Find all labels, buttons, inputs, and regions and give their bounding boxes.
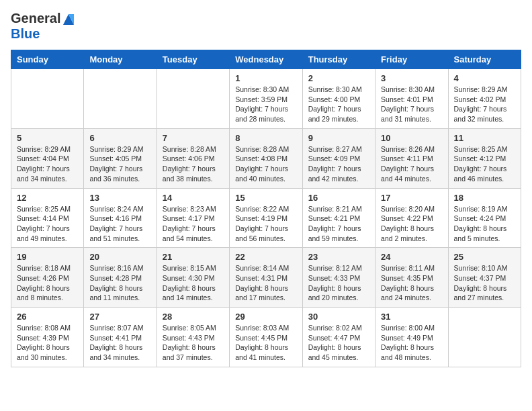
day-info: Sunrise: 8:21 AM Sunset: 4:21 PM Dayligh… [308,204,369,244]
day-number: 23 [308,252,369,262]
day-info: Sunrise: 8:25 AM Sunset: 4:14 PM Dayligh… [17,204,78,244]
calendar-cell: 28Sunrise: 8:05 AM Sunset: 4:43 PM Dayli… [157,308,229,367]
calendar-cell: 30Sunrise: 8:02 AM Sunset: 4:47 PM Dayli… [302,308,375,367]
calendar-cell: 25Sunrise: 8:10 AM Sunset: 4:37 PM Dayli… [448,248,521,308]
calendar-week-row: 1Sunrise: 8:30 AM Sunset: 3:59 PM Daylig… [11,69,521,129]
calendar-cell: 16Sunrise: 8:21 AM Sunset: 4:21 PM Dayli… [302,188,375,248]
day-info: Sunrise: 8:28 AM Sunset: 4:06 PM Dayligh… [163,144,224,184]
day-number: 4 [454,73,515,83]
day-number: 18 [454,193,515,203]
day-number: 24 [381,252,442,262]
calendar-cell: 11Sunrise: 8:25 AM Sunset: 4:12 PM Dayli… [448,128,521,188]
day-number: 20 [89,252,150,262]
calendar-week-row: 19Sunrise: 8:18 AM Sunset: 4:26 PM Dayli… [11,248,521,308]
calendar-cell: 7Sunrise: 8:28 AM Sunset: 4:06 PM Daylig… [157,128,229,188]
calendar-cell: 20Sunrise: 8:16 AM Sunset: 4:28 PM Dayli… [84,248,157,308]
page-header: General Blue [11,11,521,42]
day-number: 3 [381,73,442,83]
calendar-cell: 5Sunrise: 8:29 AM Sunset: 4:04 PM Daylig… [11,128,84,188]
calendar-cell: 10Sunrise: 8:26 AM Sunset: 4:11 PM Dayli… [375,128,448,188]
day-info: Sunrise: 8:19 AM Sunset: 4:24 PM Dayligh… [454,204,515,244]
day-info: Sunrise: 8:07 AM Sunset: 4:41 PM Dayligh… [89,323,150,363]
calendar-cell: 17Sunrise: 8:20 AM Sunset: 4:22 PM Dayli… [375,188,448,248]
day-number: 29 [235,312,296,322]
weekday-header-saturday: Saturday [448,50,521,69]
calendar-cell: 12Sunrise: 8:25 AM Sunset: 4:14 PM Dayli… [11,188,84,248]
calendar-cell: 23Sunrise: 8:12 AM Sunset: 4:33 PM Dayli… [302,248,375,308]
calendar-cell: 27Sunrise: 8:07 AM Sunset: 4:41 PM Dayli… [84,308,157,367]
day-info: Sunrise: 8:05 AM Sunset: 4:43 PM Dayligh… [163,323,224,363]
day-info: Sunrise: 8:08 AM Sunset: 4:39 PM Dayligh… [17,323,78,363]
day-info: Sunrise: 8:16 AM Sunset: 4:28 PM Dayligh… [89,263,150,303]
day-info: Sunrise: 8:23 AM Sunset: 4:17 PM Dayligh… [163,204,224,244]
day-number: 12 [17,193,78,203]
day-number: 11 [454,133,515,143]
day-number: 16 [308,193,369,203]
day-info: Sunrise: 8:10 AM Sunset: 4:37 PM Dayligh… [454,263,515,303]
day-number: 8 [235,133,296,143]
day-number: 25 [454,252,515,262]
calendar-cell: 18Sunrise: 8:19 AM Sunset: 4:24 PM Dayli… [448,188,521,248]
calendar-week-row: 12Sunrise: 8:25 AM Sunset: 4:14 PM Dayli… [11,188,521,248]
day-info: Sunrise: 8:30 AM Sunset: 4:01 PM Dayligh… [381,85,442,124]
calendar-cell: 22Sunrise: 8:14 AM Sunset: 4:31 PM Dayli… [230,248,302,308]
calendar-cell: 14Sunrise: 8:23 AM Sunset: 4:17 PM Dayli… [157,188,229,248]
weekday-header-row: SundayMondayTuesdayWednesdayThursdayFrid… [11,50,521,69]
calendar-cell: 26Sunrise: 8:08 AM Sunset: 4:39 PM Dayli… [11,308,84,367]
day-info: Sunrise: 8:27 AM Sunset: 4:09 PM Dayligh… [308,144,369,184]
calendar-cell: 6Sunrise: 8:29 AM Sunset: 4:05 PM Daylig… [84,128,157,188]
day-number: 19 [17,252,78,262]
day-info: Sunrise: 8:02 AM Sunset: 4:47 PM Dayligh… [308,323,369,363]
day-number: 6 [89,133,150,143]
logo-general-text: General [11,11,60,26]
day-number: 1 [235,73,296,83]
day-number: 9 [308,133,369,143]
weekday-header-thursday: Thursday [302,50,375,69]
weekday-header-wednesday: Wednesday [230,50,302,69]
weekday-header-tuesday: Tuesday [157,50,229,69]
day-info: Sunrise: 8:11 AM Sunset: 4:35 PM Dayligh… [381,263,442,303]
day-info: Sunrise: 8:12 AM Sunset: 4:33 PM Dayligh… [308,263,369,303]
weekday-header-monday: Monday [84,50,157,69]
calendar-cell: 2Sunrise: 8:30 AM Sunset: 4:00 PM Daylig… [302,69,375,129]
calendar-week-row: 5Sunrise: 8:29 AM Sunset: 4:04 PM Daylig… [11,128,521,188]
calendar-cell: 1Sunrise: 8:30 AM Sunset: 3:59 PM Daylig… [230,69,302,129]
day-number: 21 [163,252,224,262]
day-number: 26 [17,312,78,322]
calendar-cell: 29Sunrise: 8:03 AM Sunset: 4:45 PM Dayli… [230,308,302,367]
day-info: Sunrise: 8:30 AM Sunset: 3:59 PM Dayligh… [235,85,296,124]
day-info: Sunrise: 8:30 AM Sunset: 4:00 PM Dayligh… [308,85,369,124]
day-info: Sunrise: 8:03 AM Sunset: 4:45 PM Dayligh… [235,323,296,363]
day-info: Sunrise: 8:22 AM Sunset: 4:19 PM Dayligh… [235,204,296,244]
day-number: 22 [235,252,296,262]
day-number: 31 [381,312,442,322]
calendar-table: SundayMondayTuesdayWednesdayThursdayFrid… [11,50,521,367]
calendar-cell: 31Sunrise: 8:00 AM Sunset: 4:49 PM Dayli… [375,308,448,367]
day-number: 28 [163,312,224,322]
calendar-cell: 3Sunrise: 8:30 AM Sunset: 4:01 PM Daylig… [375,69,448,129]
calendar-cell: 19Sunrise: 8:18 AM Sunset: 4:26 PM Dayli… [11,248,84,308]
weekday-header-friday: Friday [375,50,448,69]
day-info: Sunrise: 8:15 AM Sunset: 4:30 PM Dayligh… [163,263,224,303]
day-info: Sunrise: 8:28 AM Sunset: 4:08 PM Dayligh… [235,144,296,184]
logo: General Blue [11,11,77,42]
day-number: 5 [17,133,78,143]
day-number: 14 [163,193,224,203]
calendar-cell: 15Sunrise: 8:22 AM Sunset: 4:19 PM Dayli… [230,188,302,248]
calendar-cell: 9Sunrise: 8:27 AM Sunset: 4:09 PM Daylig… [302,128,375,188]
day-number: 13 [89,193,150,203]
day-info: Sunrise: 8:00 AM Sunset: 4:49 PM Dayligh… [381,323,442,363]
day-info: Sunrise: 8:14 AM Sunset: 4:31 PM Dayligh… [235,263,296,303]
day-number: 10 [381,133,442,143]
day-info: Sunrise: 8:29 AM Sunset: 4:04 PM Dayligh… [17,144,78,184]
weekday-header-sunday: Sunday [11,50,84,69]
calendar-cell [157,69,229,129]
day-number: 7 [163,133,224,143]
day-info: Sunrise: 8:29 AM Sunset: 4:02 PM Dayligh… [454,85,515,124]
calendar-cell: 21Sunrise: 8:15 AM Sunset: 4:30 PM Dayli… [157,248,229,308]
calendar-cell: 4Sunrise: 8:29 AM Sunset: 4:02 PM Daylig… [448,69,521,129]
day-info: Sunrise: 8:25 AM Sunset: 4:12 PM Dayligh… [454,144,515,184]
calendar-cell: 24Sunrise: 8:11 AM Sunset: 4:35 PM Dayli… [375,248,448,308]
logo-blue-text: Blue [11,26,40,41]
day-info: Sunrise: 8:20 AM Sunset: 4:22 PM Dayligh… [381,204,442,244]
